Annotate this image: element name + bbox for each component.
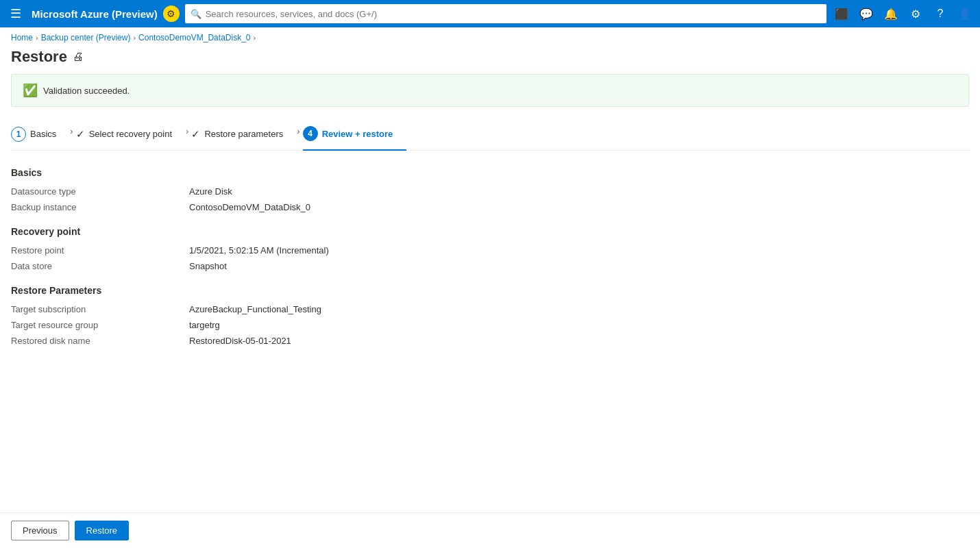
- restore-parameters-section: Restore Parameters Target subscription A…: [11, 285, 969, 346]
- wizard-step-recovery[interactable]: ✓ Select recovery point: [76, 123, 186, 149]
- restored-disk-name-label: Restored disk name: [11, 336, 189, 346]
- backup-instance-label: Backup instance: [11, 202, 189, 212]
- help-icon[interactable]: ?: [931, 4, 950, 23]
- restore-point-label: Restore point: [11, 245, 189, 256]
- datasource-type-label: Datasource type: [11, 186, 189, 197]
- target-resource-group-row: Target resource group targetrg: [11, 320, 969, 330]
- restored-disk-name-row: Restored disk name RestoredDisk-05-01-20…: [11, 336, 969, 346]
- breadcrumb-sep-3: ›: [253, 34, 256, 42]
- wizard-step-basics[interactable]: 1 Basics: [11, 121, 70, 150]
- target-subscription-label: Target subscription: [11, 304, 189, 314]
- step-check-parameters: ✓: [191, 128, 200, 140]
- bottom-bar: Previous Restore: [0, 512, 980, 548]
- step-check-recovery: ✓: [76, 128, 85, 140]
- restore-parameters-header: Restore Parameters: [11, 285, 969, 296]
- datasource-type-value: Azure Disk: [189, 186, 232, 197]
- breadcrumb-sep-2: ›: [133, 34, 136, 42]
- step-sep-2: ›: [186, 126, 191, 145]
- wizard-steps: 1 Basics › ✓ Select recovery point › ✓ R…: [11, 121, 969, 151]
- wizard-step-review[interactable]: 4 Review + restore: [303, 121, 407, 151]
- data-store-row: Data store Snapshot: [11, 261, 969, 271]
- search-input[interactable]: [206, 9, 821, 19]
- target-subscription-value: AzureBackup_Functional_Testing: [189, 304, 321, 314]
- step-label-basics: Basics: [30, 129, 56, 139]
- breadcrumb-home[interactable]: Home: [11, 33, 33, 42]
- restore-button[interactable]: Restore: [75, 521, 130, 540]
- backup-instance-value: ContosoDemoVM_DataDisk_0: [189, 202, 310, 212]
- step-number-4: 4: [303, 126, 318, 141]
- step-label-recovery: Select recovery point: [89, 129, 172, 139]
- basics-header: Basics: [11, 167, 969, 178]
- step-sep-3: ›: [297, 126, 302, 145]
- data-store-label: Data store: [11, 261, 189, 271]
- target-subscription-row: Target subscription AzureBackup_Function…: [11, 304, 969, 314]
- target-resource-group-value: targetrg: [189, 320, 220, 330]
- datasource-type-row: Datasource type Azure Disk: [11, 186, 969, 197]
- breadcrumb-sep-1: ›: [36, 34, 38, 42]
- feedback-icon[interactable]: 💬: [857, 4, 876, 23]
- page-title-row: Restore 🖨: [0, 45, 980, 74]
- step-sep-1: ›: [70, 126, 75, 145]
- validation-text: Validation succeeded.: [43, 86, 130, 96]
- data-store-value: Snapshot: [189, 261, 227, 271]
- breadcrumb-backup-center[interactable]: Backup center (Preview): [41, 33, 131, 42]
- page-title: Restore: [11, 48, 67, 66]
- recovery-point-section: Recovery point Restore point 1/5/2021, 5…: [11, 226, 969, 271]
- badge-symbol: ⚙: [167, 8, 175, 19]
- topbar-icons: ⬛ 💬 🔔 ⚙ ? 👤: [832, 4, 975, 23]
- basics-section: Basics Datasource type Azure Disk Backup…: [11, 167, 969, 212]
- restore-point-row: Restore point 1/5/2021, 5:02:15 AM (Incr…: [11, 245, 969, 256]
- previous-button[interactable]: Previous: [11, 521, 69, 540]
- app-title: Microsoft Azure (Preview): [32, 8, 158, 20]
- search-bar[interactable]: 🔍: [185, 4, 826, 23]
- breadcrumb: Home › Backup center (Preview) › Contoso…: [0, 27, 980, 45]
- recovery-point-header: Recovery point: [11, 226, 969, 237]
- notifications-icon[interactable]: 🔔: [881, 4, 901, 23]
- wizard-step-parameters[interactable]: ✓ Restore parameters: [191, 123, 297, 149]
- main-content: ✅ Validation succeeded. 1 Basics › ✓ Sel…: [0, 74, 980, 512]
- restore-point-value: 1/5/2021, 5:02:15 AM (Incremental): [189, 245, 329, 256]
- topbar: ☰ Microsoft Azure (Preview) ⚙ 🔍 ⬛ 💬 🔔 ⚙ …: [0, 0, 980, 27]
- search-icon: 🔍: [191, 9, 201, 19]
- validation-success-icon: ✅: [23, 83, 38, 98]
- validation-banner: ✅ Validation succeeded.: [11, 74, 969, 107]
- restored-disk-name-value: RestoredDisk-05-01-2021: [189, 336, 291, 346]
- step-label-parameters: Restore parameters: [204, 129, 283, 139]
- step-number-1: 1: [11, 127, 26, 142]
- user-avatar[interactable]: 👤: [955, 4, 975, 23]
- settings-icon[interactable]: ⚙: [906, 4, 925, 23]
- breadcrumb-disk[interactable]: ContosoDemoVM_DataDisk_0: [138, 33, 250, 42]
- cloud-shell-icon[interactable]: ⬛: [832, 4, 851, 23]
- hamburger-menu[interactable]: ☰: [5, 6, 26, 21]
- backup-instance-row: Backup instance ContosoDemoVM_DataDisk_0: [11, 202, 969, 212]
- step-label-review: Review + restore: [322, 129, 393, 139]
- badge-icon: ⚙: [163, 5, 180, 22]
- print-icon[interactable]: 🖨: [73, 51, 84, 63]
- target-resource-group-label: Target resource group: [11, 320, 189, 330]
